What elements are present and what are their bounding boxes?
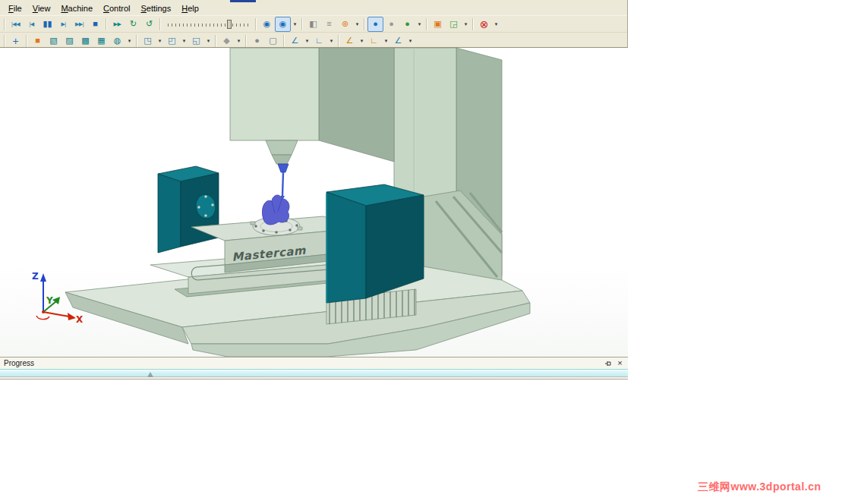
toolbar-button-icon: ▩ — [81, 36, 89, 45]
menu-bar: File View Machine Control Settings Help — [0, 0, 627, 15]
follow-tool-dropdown[interactable]: ▾ — [156, 33, 164, 49]
menu-control[interactable]: Control — [98, 3, 135, 14]
stop-button[interactable]: ■ — [87, 17, 103, 32]
toolbar-button-icon: ▾ — [418, 21, 421, 27]
toolbar-button-icon: ▾ — [306, 38, 309, 44]
right-view-cube-button[interactable]: ▩ — [77, 33, 93, 49]
workpiece-focus-dropdown[interactable]: ▾ — [180, 33, 188, 49]
toolbar-button-icon: ▶▶| — [75, 21, 84, 27]
fixture-visibility-button[interactable]: ● — [383, 17, 399, 32]
toolbar-button-icon: ▾ — [495, 21, 498, 27]
measure-corner-button[interactable]: ∟ — [311, 33, 327, 49]
toolbar-button-icon: ▾ — [207, 38, 210, 44]
toolbar-button-icon: ≡ — [326, 20, 331, 28]
machine-focus-dropdown[interactable]: ▾ — [204, 33, 213, 49]
close-simulation-button[interactable]: ⊗ — [476, 17, 492, 32]
measure-angle-button[interactable]: ∠ — [287, 33, 303, 49]
box-display-button[interactable]: ▢ — [265, 33, 281, 49]
close-dropdown[interactable]: ▾ — [492, 17, 500, 32]
toolbar-button-icon: ▧ — [49, 36, 57, 45]
menu-machine[interactable]: Machine — [55, 3, 98, 14]
axis-b-dropdown[interactable]: ▾ — [382, 33, 390, 49]
collision-check-button[interactable]: ◆ — [219, 33, 235, 49]
toolbar-button-icon: ● — [389, 20, 394, 28]
machine-visibility-button[interactable]: ● — [367, 17, 383, 32]
axis-b-angle-button[interactable]: ∟ — [366, 33, 382, 49]
sphere-display-button[interactable]: ● — [249, 33, 265, 49]
menu-file[interactable]: File — [3, 3, 27, 14]
simulation-viewport[interactable]: Mastercam — [0, 47, 628, 357]
front-view-cube-button[interactable]: ▨ — [61, 33, 77, 49]
close-pane-button[interactable]: × — [615, 359, 625, 368]
focus-separator — [134, 33, 140, 49]
machine-sim-toggle-button[interactable]: ◉ — [275, 17, 291, 32]
toolbar2-grip — [2, 33, 8, 49]
close-icon: × — [617, 359, 622, 367]
iso-view-cube-button[interactable]: ▧ — [46, 33, 61, 49]
sim-mode-dropdown[interactable]: ▾ — [291, 17, 299, 32]
pin-icon — [604, 360, 612, 367]
measure-angle-dropdown[interactable]: ▾ — [303, 33, 311, 49]
go-to-end-button[interactable]: ▶▶| — [71, 17, 87, 32]
toolbar-button-icon: ↺ — [146, 20, 153, 28]
play-button[interactable]: ▶▶ — [109, 17, 125, 32]
axis-a-angle-button[interactable]: ∠ — [342, 33, 358, 49]
toolbar-button-icon: ◧ — [309, 20, 317, 28]
machine-3d-view[interactable]: Mastercam — [0, 48, 628, 357]
speed-slider[interactable] — [166, 17, 251, 32]
toolbar-button-icon: ▾ — [183, 38, 186, 44]
machine-focus-button[interactable]: ◱ — [188, 33, 204, 49]
toolbar-button-icon: ∟ — [370, 36, 378, 45]
playback-toolbar: |◀◀ |◀ ▮▮ ▶| ▶▶| ■ — [0, 15, 627, 32]
follow-tool-button[interactable]: ◳ — [140, 33, 156, 49]
loop-forward-button[interactable]: ↻ — [125, 17, 141, 32]
jog-axes-button[interactable]: + — [8, 33, 24, 49]
toolbar-button-icon: ▮▮ — [43, 20, 52, 28]
workpiece-focus-button[interactable]: ◰ — [164, 33, 180, 49]
progress-pane-title: Progress — [4, 359, 601, 367]
zoom-extents-button[interactable]: ◲ — [446, 17, 462, 32]
axis-c-dropdown[interactable]: ▾ — [406, 33, 415, 49]
toolbar-button-icon: ▾ — [385, 38, 388, 44]
pin-pane-button[interactable] — [603, 359, 613, 368]
stock-cube-button[interactable]: ■ — [30, 33, 46, 49]
menu-view[interactable]: View — [27, 3, 56, 14]
zoom-dropdown[interactable]: ▾ — [462, 17, 470, 32]
toolbar-button-icon: ⊛ — [342, 20, 348, 28]
options-gears-button[interactable]: ⊛ — [337, 17, 353, 32]
progress-marker[interactable] — [147, 372, 153, 377]
toolbar-button-icon: ▾ — [128, 38, 131, 44]
loop-back-button[interactable]: ↺ — [141, 17, 157, 32]
material-removal-toggle-button[interactable]: ◉ — [259, 17, 275, 32]
toolbar-button-icon: ▾ — [409, 38, 412, 44]
turn-view-button[interactable]: ◍ — [109, 33, 125, 49]
toolbar-button-icon: ▾ — [361, 38, 364, 44]
toolbar-button-icon: ▶▶ — [114, 21, 121, 27]
toolbar-button-icon: ∠ — [395, 36, 402, 45]
toolbar-button-icon: ▦ — [97, 36, 105, 45]
report-button[interactable]: ≡ — [321, 17, 337, 32]
toolbar-button-icon: ● — [254, 36, 260, 45]
section-view-button[interactable]: ◧ — [305, 17, 321, 32]
toolbar-button-icon: |◀ — [29, 21, 33, 27]
go-to-start-button[interactable]: |◀◀ — [8, 17, 24, 32]
collision-dropdown[interactable]: ▾ — [235, 33, 243, 49]
menu-help[interactable]: Help — [176, 3, 204, 14]
measure-corner-dropdown[interactable]: ▾ — [327, 33, 336, 49]
menu-settings[interactable]: Settings — [135, 3, 176, 14]
axis-c-angle-button[interactable]: ∠ — [390, 33, 406, 49]
views-dropdown[interactable]: ▾ — [125, 33, 134, 49]
toolbar-button-icon: ▢ — [269, 36, 276, 45]
top-view-cube-button[interactable]: ▦ — [93, 33, 109, 49]
spindle-tool — [266, 140, 298, 200]
axis-a-dropdown[interactable]: ▾ — [358, 33, 366, 49]
pause-button[interactable]: ▮▮ — [39, 17, 55, 32]
options-dropdown[interactable]: ▾ — [353, 17, 361, 32]
fit-screen-button[interactable]: ▣ — [430, 17, 446, 32]
step-back-button[interactable]: |◀ — [24, 17, 39, 32]
toolbar-button-icon: ◱ — [192, 36, 200, 45]
views-separator — [24, 33, 30, 49]
visibility-dropdown[interactable]: ▾ — [415, 17, 424, 32]
step-forward-button[interactable]: ▶| — [55, 17, 71, 32]
world-view-button[interactable]: ● — [399, 17, 415, 32]
